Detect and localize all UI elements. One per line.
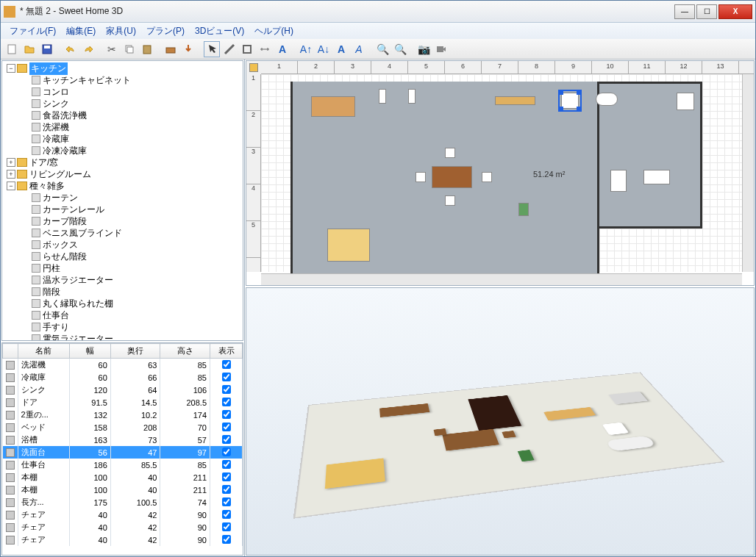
- menu-help[interactable]: ヘルプ(H): [250, 24, 298, 39]
- tree-item[interactable]: 食器洗浄機: [4, 109, 241, 121]
- plan-item-bathtub[interactable]: [596, 93, 618, 106]
- plan-item-chair-2[interactable]: [445, 195, 455, 206]
- obj3d-sink[interactable]: [602, 422, 630, 434]
- table-row[interactable]: 本棚10040211: [3, 471, 243, 484]
- save-icon[interactable]: [39, 41, 55, 57]
- visible-checkbox[interactable]: [222, 485, 231, 494]
- select-tool-icon[interactable]: [204, 41, 220, 57]
- minimize-button[interactable]: —: [674, 4, 695, 19]
- plan-item-sink-selected[interactable]: [561, 93, 579, 109]
- tree-item[interactable]: 電気ラジエーター: [4, 333, 241, 341]
- tree-item[interactable]: らせん階段: [4, 251, 241, 262]
- menu-file[interactable]: ファイル(F): [5, 24, 60, 39]
- plan-item-plant[interactable]: [518, 203, 529, 216]
- tree-category[interactable]: +リビングルーム: [4, 168, 241, 180]
- table-row[interactable]: 浴槽1637357: [3, 434, 243, 446]
- col-width[interactable]: 幅: [69, 344, 110, 359]
- tree-item[interactable]: 階段: [4, 286, 241, 298]
- tree-item[interactable]: 洗濯機: [4, 121, 241, 133]
- close-button[interactable]: X: [718, 4, 752, 19]
- obj3d-chair[interactable]: [434, 428, 447, 436]
- table-row[interactable]: チェア404290: [3, 509, 243, 521]
- add-furniture-icon[interactable]: [163, 41, 179, 57]
- table-row[interactable]: チェア404290: [3, 533, 243, 546]
- plan-item-washer[interactable]: [677, 93, 694, 110]
- room-tool-icon[interactable]: [239, 41, 255, 57]
- obj3d-bookshelf[interactable]: [468, 395, 521, 431]
- plan-item-fridge[interactable]: [610, 170, 627, 192]
- col-visible[interactable]: 表示: [210, 344, 243, 359]
- zoom-in-icon[interactable]: 🔍: [374, 41, 391, 57]
- plan-scrollbar-h[interactable]: [261, 273, 742, 285]
- copy-icon[interactable]: [121, 41, 138, 57]
- visible-checkbox[interactable]: [222, 535, 231, 544]
- plan-item-sink-kitchen[interactable]: [643, 170, 670, 184]
- visible-checkbox[interactable]: [222, 398, 231, 406]
- tree-item[interactable]: 仕事台: [4, 309, 241, 321]
- visible-checkbox[interactable]: [222, 510, 231, 519]
- obj3d-bathtub[interactable]: [605, 435, 656, 450]
- undo-icon[interactable]: [63, 41, 79, 57]
- table-row[interactable]: チェア404290: [3, 521, 243, 533]
- plan-item-bookshelf-2[interactable]: [408, 89, 416, 104]
- menu-furniture[interactable]: 家具(U): [101, 24, 140, 39]
- tree-item[interactable]: キッチンキャビネット: [4, 74, 241, 86]
- plan-item-chair-1[interactable]: [445, 148, 455, 158]
- obj3d-counter[interactable]: [609, 391, 648, 403]
- zoom-out-icon[interactable]: 🔍: [392, 41, 408, 57]
- plan-2d-view[interactable]: 12345678910111213 12345 51.24 m²: [246, 60, 755, 286]
- tree-item[interactable]: カーテンレール: [4, 204, 241, 215]
- dimension-tool-icon[interactable]: [257, 41, 273, 57]
- plan-item-dining-table[interactable]: [432, 166, 472, 188]
- tree-item[interactable]: 丸く縁取られた棚: [4, 298, 241, 309]
- tree-item[interactable]: ボックス: [4, 239, 241, 251]
- table-row[interactable]: 洗面台564797: [3, 446, 243, 459]
- menu-edit[interactable]: 編集(E): [62, 24, 100, 39]
- plan-item-table-small[interactable]: [495, 96, 535, 105]
- open-icon[interactable]: [21, 41, 38, 57]
- visible-checkbox[interactable]: [222, 460, 231, 469]
- tree-item[interactable]: 冷蔵庫: [4, 133, 241, 145]
- plan-item-chair-3[interactable]: [416, 172, 426, 182]
- visible-checkbox[interactable]: [222, 472, 231, 481]
- video-icon[interactable]: [433, 41, 449, 57]
- plan-item-bed[interactable]: [327, 229, 370, 262]
- plan-item-bookshelf-1[interactable]: [379, 89, 386, 104]
- table-row[interactable]: ベッド15820870: [3, 421, 243, 434]
- plan-grid[interactable]: 51.24 m²: [261, 74, 742, 272]
- table-row[interactable]: 長方...175100.574: [3, 496, 243, 509]
- col-depth[interactable]: 奥行: [110, 344, 160, 359]
- menu-plan[interactable]: プラン(P): [142, 24, 189, 39]
- redo-icon[interactable]: [80, 41, 96, 57]
- plan-origin-icon[interactable]: [246, 61, 261, 74]
- obj3d-dining-table[interactable]: [442, 428, 499, 450]
- visible-checkbox[interactable]: [222, 410, 231, 419]
- obj3d-bed[interactable]: [325, 458, 385, 489]
- import-icon[interactable]: [180, 41, 196, 57]
- col-height[interactable]: 高さ: [160, 344, 210, 359]
- tree-item[interactable]: 温水ラジエーター: [4, 274, 241, 286]
- photo-icon[interactable]: 📷: [416, 41, 432, 57]
- furniture-list-table[interactable]: 名前 幅 奥行 高さ 表示 洗濯機606385冷蔵庫606685シンク12064…: [1, 342, 243, 556]
- table-row[interactable]: 洗濯機606385: [3, 359, 243, 372]
- table-row[interactable]: 本棚10040211: [3, 484, 243, 496]
- text-bold-icon[interactable]: A: [333, 41, 349, 57]
- tree-category[interactable]: −種々雑多: [4, 180, 241, 192]
- tree-item[interactable]: 手すり: [4, 321, 241, 333]
- view-3d[interactable]: [246, 287, 755, 556]
- tree-item[interactable]: ベニス風ブラインド: [4, 227, 241, 239]
- plan-item-workbench[interactable]: [311, 96, 355, 117]
- obj3d-plant[interactable]: [518, 450, 535, 461]
- table-row[interactable]: ドア91.514.5208.5: [3, 396, 243, 409]
- plan-scrollbar-v[interactable]: [742, 74, 754, 272]
- text-tool-icon[interactable]: A: [274, 41, 290, 57]
- tree-item[interactable]: 円柱: [4, 262, 241, 274]
- table-row[interactable]: 冷蔵庫606685: [3, 371, 243, 384]
- visible-checkbox[interactable]: [222, 448, 231, 456]
- tree-category[interactable]: −キッチン: [4, 62, 241, 74]
- tree-item[interactable]: 冷凍冷蔵庫: [4, 145, 241, 157]
- visible-checkbox[interactable]: [222, 423, 231, 431]
- tree-item[interactable]: カーブ階段: [4, 215, 241, 227]
- obj3d-workbench[interactable]: [379, 403, 429, 417]
- text-italic-icon[interactable]: A: [351, 41, 367, 57]
